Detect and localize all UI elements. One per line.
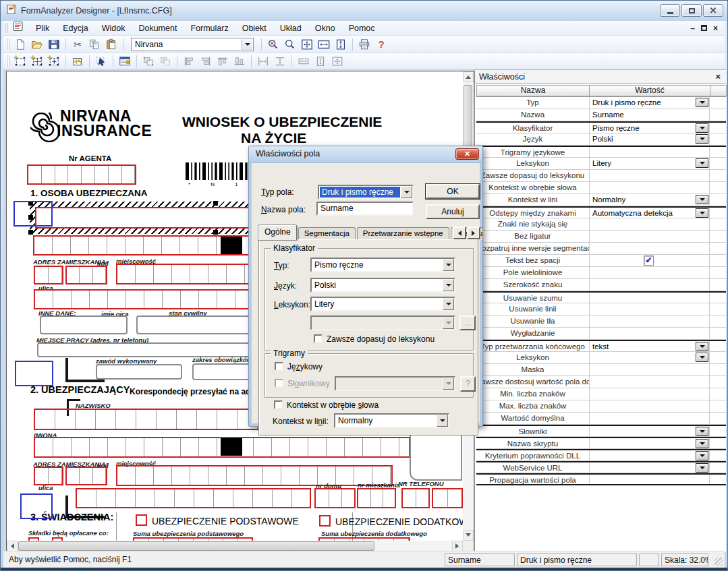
- property-row-pole-wieloliniowe[interactable]: Pole wieloliniowe: [476, 267, 726, 279]
- dropdown-button[interactable]: [696, 208, 708, 218]
- tab-przetwarzanie-wst-pne[interactable]: Przetwarzanie wstępne: [357, 227, 449, 240]
- property-row-odst-py-mi-dzy-znakami[interactable]: Odstępy między znakamiAutomatyczna detek…: [476, 206, 726, 218]
- new-document-button[interactable]: [12, 37, 28, 52]
- property-value[interactable]: [590, 182, 710, 193]
- dropdown-button[interactable]: [437, 415, 448, 427]
- agent-number-comb-field[interactable]: [27, 164, 136, 185]
- ungroup-button[interactable]: [157, 54, 173, 69]
- menu-plik[interactable]: Plik: [29, 22, 56, 35]
- kod-comb-1a[interactable]: [34, 266, 63, 284]
- panel-close-icon[interactable]: ×: [715, 71, 721, 82]
- property-value[interactable]: [590, 376, 710, 388]
- close-button[interactable]: ✕: [703, 4, 723, 17]
- property-row-leksykon[interactable]: LeksykonLitery: [476, 158, 726, 170]
- property-value[interactable]: [590, 147, 710, 157]
- property-row-zawsze-dostosuj-warto-pola-do-maski[interactable]: Zawsze dostosuj wartość pola do maski: [476, 376, 726, 388]
- property-row-j-zyk[interactable]: JęzykPolski: [476, 133, 726, 146]
- ulica-comb-2[interactable]: [76, 488, 311, 508]
- zakres-box[interactable]: [192, 363, 254, 380]
- typ-pola-combo[interactable]: Druk i pismo ręczne: [318, 185, 414, 200]
- horizontal-scroll-thumb[interactable]: [18, 541, 374, 551]
- property-row-kontekst-w-lini[interactable]: Kontekst w liniNormalny: [476, 194, 726, 206]
- fit-height-button[interactable]: [333, 37, 349, 52]
- align-left-button[interactable]: [181, 54, 197, 69]
- zawod-box[interactable]: [96, 364, 182, 380]
- ok-button[interactable]: OK: [426, 184, 480, 199]
- property-row-typ-przetwarzania-ko-cowego[interactable]: Typ przetwarzania końcowegotekst: [476, 340, 726, 352]
- property-row-wyg-adzanie[interactable]: Wygładzanie: [476, 328, 726, 340]
- property-value[interactable]: [590, 293, 710, 303]
- property-value[interactable]: Litery: [590, 158, 710, 169]
- fit-page-button[interactable]: [299, 37, 315, 52]
- dropdown-button[interactable]: [696, 98, 708, 107]
- menu-uk-ad[interactable]: Układ: [273, 22, 308, 35]
- property-row-warto-domy-lna[interactable]: Wartość domyślna: [476, 413, 726, 425]
- dialog-title-bar[interactable]: Właściwości pola ✕: [249, 146, 482, 162]
- leksykon-combo[interactable]: Litery: [310, 297, 455, 311]
- kod-comb-2b[interactable]: [65, 467, 107, 485]
- toolbar-grip[interactable]: [6, 38, 9, 51]
- scroll-down-button[interactable]: [463, 530, 474, 541]
- field-properties-dialog[interactable]: Właściwości pola ✕ Typ pola: Druk i pism…: [248, 146, 483, 427]
- open-folder-button[interactable]: [29, 37, 45, 52]
- dropdown-button[interactable]: [443, 259, 454, 271]
- selection-handle[interactable]: [28, 230, 33, 235]
- property-row-kontekst-w-obr-bie-s-owa[interactable]: Kontekst w obrębie słowa: [476, 182, 726, 194]
- property-row-szeroko-znaku[interactable]: Szerokość znaku: [476, 279, 726, 291]
- menu-pomoc[interactable]: Pomoc: [342, 22, 382, 35]
- property-value[interactable]: [590, 231, 710, 242]
- select-pointer-button[interactable]: [93, 54, 109, 69]
- cut-scissors-button[interactable]: ✂: [69, 37, 86, 52]
- dropdown-button[interactable]: [443, 298, 454, 310]
- property-row-s-owniki[interactable]: Słowniki: [476, 425, 726, 437]
- property-row-maska[interactable]: Maska: [476, 364, 726, 376]
- dropdown-button[interactable]: [696, 439, 708, 448]
- dropdown-button[interactable]: [696, 123, 708, 133]
- property-value[interactable]: [590, 475, 710, 484]
- size-height-button[interactable]: [312, 54, 329, 69]
- kod-comb-1b[interactable]: [65, 266, 107, 284]
- dropdown-button[interactable]: [696, 134, 708, 144]
- property-row-max-liczba-znak-w[interactable]: Max. liczba znaków: [476, 400, 726, 413]
- save-floppy-button[interactable]: [46, 37, 62, 52]
- property-value[interactable]: Automatyczna detekcja: [590, 208, 710, 218]
- copy-pages-button[interactable]: [86, 37, 103, 52]
- zawsze-dopasuj-checkbox[interactable]: [314, 334, 323, 343]
- paste-clipboard-button[interactable]: [103, 37, 119, 52]
- property-value[interactable]: Pismo ręczne: [590, 123, 710, 133]
- dropdown-button[interactable]: [696, 342, 708, 351]
- property-value[interactable]: [590, 364, 710, 375]
- column-header-wartosc[interactable]: Wartość: [589, 85, 710, 96]
- property-value[interactable]: Polski: [590, 133, 710, 145]
- property-row-min-liczba-znak-w[interactable]: Min. liczba znaków: [476, 388, 726, 400]
- dropdown-button[interactable]: [696, 353, 708, 362]
- property-row-zawsze-dopasuj-do-leksykonu[interactable]: Zawsze dopasuj do leksykonu: [476, 170, 726, 182]
- nr-telefonu-comb-a[interactable]: [401, 488, 430, 508]
- property-value[interactable]: [590, 352, 710, 363]
- resize-grip[interactable]: [715, 558, 723, 566]
- tab-segmentacja[interactable]: Segmentacja: [298, 227, 356, 240]
- same-height-button[interactable]: [272, 54, 288, 69]
- kod-comb-2a[interactable]: [34, 467, 63, 485]
- blue-region-marker-3[interactable]: [20, 493, 53, 519]
- property-value[interactable]: [590, 438, 710, 448]
- property-row-trigramy-j-zykowe[interactable]: Trigramy językowe: [476, 146, 726, 158]
- scroll-right-button[interactable]: [452, 541, 463, 551]
- column-header-nazwa[interactable]: Nazwa: [476, 85, 590, 96]
- align-top-button[interactable]: [215, 54, 231, 69]
- menu-dokument[interactable]: Dokument: [132, 22, 184, 35]
- property-row-leksykon[interactable]: Leksykon: [476, 352, 726, 364]
- field-auto-button[interactable]: [46, 54, 62, 69]
- form-selector-combo[interactable]: Nirvana: [131, 38, 254, 51]
- property-row-usuwanie-szumu[interactable]: Usuwanie szumu: [476, 291, 726, 303]
- field-table-button[interactable]: [29, 54, 45, 69]
- zoom-out-button[interactable]: [265, 37, 281, 52]
- property-value[interactable]: [590, 315, 710, 327]
- nr-telefonu-comb-b[interactable]: [432, 488, 463, 508]
- property-value[interactable]: [590, 303, 710, 315]
- property-row-webservice-url[interactable]: WebService URL: [476, 461, 726, 473]
- property-value[interactable]: [590, 328, 710, 339]
- align-right-button[interactable]: [198, 54, 214, 69]
- mdi-minimize-button[interactable]: –: [690, 24, 695, 32]
- new-field-button[interactable]: [12, 54, 28, 69]
